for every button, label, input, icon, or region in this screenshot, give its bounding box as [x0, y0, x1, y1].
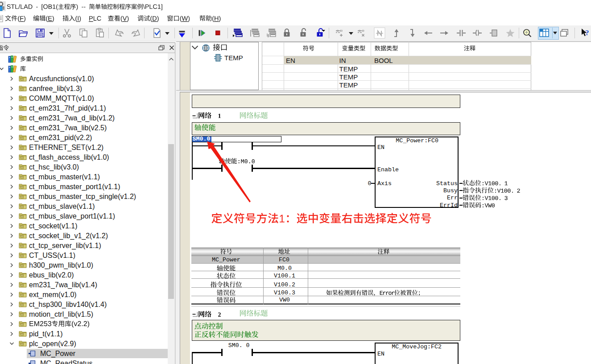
svg-text:?: ? — [585, 29, 589, 37]
